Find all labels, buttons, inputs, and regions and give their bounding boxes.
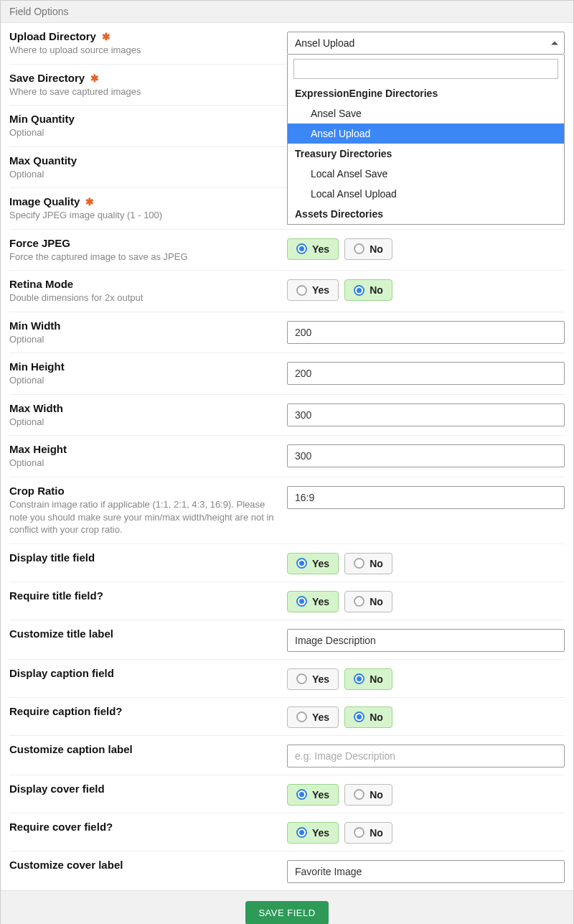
required-asterisk-icon: ✱ [85, 196, 94, 207]
require-cover-choice-group: YesNo [287, 822, 565, 844]
require-caption-no-option[interactable]: No [344, 706, 392, 728]
radio-dot-icon [354, 596, 364, 607]
force-jpeg-yes-option[interactable]: Yes [287, 238, 339, 260]
radio-dot-icon [354, 711, 364, 722]
customize-caption-input[interactable] [287, 745, 565, 767]
row-force-jpeg: Force JPEG Force the captured image to s… [9, 230, 565, 271]
choice-label: No [370, 827, 383, 839]
require-caption-label: Require caption field? [9, 705, 123, 717]
panel-title: Field Options [9, 6, 68, 17]
choice-label: Yes [312, 827, 329, 839]
display-title-no-option[interactable]: No [344, 553, 392, 574]
crop-ratio-input[interactable] [287, 486, 565, 509]
require-title-yes-option[interactable]: Yes [287, 591, 339, 612]
customize-title-input[interactable] [287, 629, 565, 652]
retina-mode-yes-option[interactable]: Yes [287, 279, 339, 301]
radio-dot-icon [296, 789, 307, 800]
row-require-title: Require title field? YesNo [9, 582, 565, 620]
require-title-no-option[interactable]: No [344, 591, 392, 612]
row-retina-mode: Retina Mode Double dimensions for 2x out… [9, 271, 565, 312]
display-caption-choice-group: YesNo [287, 668, 565, 690]
radio-dot-icon [296, 285, 307, 296]
radio-dot-icon [354, 673, 364, 684]
force-jpeg-label: Force JPEG [9, 237, 70, 249]
row-customize-caption: Customize caption label [9, 736, 565, 775]
radio-dot-icon [296, 673, 307, 684]
require-cover-no-option[interactable]: No [344, 822, 392, 844]
dd-item-local-ansel-save[interactable]: Local Ansel Save [288, 164, 564, 184]
display-cover-no-option[interactable]: No [344, 784, 392, 806]
choice-label: No [370, 596, 383, 607]
save-field-button[interactable]: SAVE FIELD [245, 901, 328, 924]
choice-label: Yes [312, 243, 329, 255]
display-cover-yes-option[interactable]: Yes [287, 784, 339, 806]
choice-label: Yes [312, 558, 329, 569]
display-caption-no-option[interactable]: No [344, 668, 392, 690]
crop-ratio-label: Crop Ratio [9, 485, 65, 497]
require-title-label: Require title field? [9, 589, 103, 602]
display-caption-yes-option[interactable]: Yes [287, 668, 339, 690]
max-quantity-label: Max Quantity [9, 154, 77, 167]
panel-header: Field Options [1, 1, 573, 23]
row-display-title: Display title field YesNo [9, 544, 565, 582]
radio-dot-icon [354, 285, 364, 296]
save-directory-label: Save Directory [9, 72, 85, 84]
radio-dot-icon [296, 558, 307, 569]
force-jpeg-no-option[interactable]: No [344, 238, 392, 260]
min-height-label: Min Height [9, 360, 65, 373]
choice-label: No [370, 673, 383, 685]
dd-group-treasury: Treasury Directories [288, 144, 564, 164]
force-jpeg-choice-group: YesNo [287, 238, 565, 260]
row-min-width: Min Width Optional [9, 312, 565, 354]
row-max-width: Max Width Optional [9, 395, 565, 437]
retina-mode-label: Retina Mode [9, 278, 73, 290]
display-title-choice-group: YesNo [287, 553, 565, 574]
min-quantity-label: Min Quantity [9, 113, 75, 125]
radio-dot-icon [296, 711, 307, 722]
dd-item-local-ansel-upload[interactable]: Local Ansel Upload [288, 184, 564, 204]
max-height-input[interactable] [287, 444, 565, 467]
dd-group-assets: Assets Directories [288, 204, 564, 224]
max-height-help: Optional [9, 457, 278, 470]
require-cover-yes-option[interactable]: Yes [287, 822, 339, 844]
min-width-help: Optional [9, 333, 278, 346]
min-width-input[interactable] [287, 321, 565, 344]
require-cover-label: Require cover field? [9, 821, 113, 833]
require-title-choice-group: YesNo [287, 591, 565, 612]
require-caption-choice-group: YesNo [287, 706, 565, 728]
row-display-caption: Display caption field YesNo [9, 660, 565, 698]
dd-item-ansel-save[interactable]: Ansel Save [288, 103, 564, 123]
row-require-caption: Require caption field? YesNo [9, 698, 565, 736]
customize-cover-input[interactable] [287, 860, 565, 883]
image-quality-label: Image Quality [9, 195, 80, 207]
row-customize-cover: Customize cover label [9, 851, 565, 890]
min-height-input[interactable] [287, 362, 565, 385]
choice-label: Yes [312, 789, 329, 801]
dd-item-ansel-upload[interactable]: Ansel Upload [288, 123, 564, 144]
display-title-yes-option[interactable]: Yes [287, 553, 339, 574]
image-quality-help: Specify JPEG image quality (1 - 100) [9, 209, 278, 222]
max-height-label: Max Height [9, 443, 67, 455]
upload-directory-dropdown: ExpressionEngine Directories Ansel Save … [287, 55, 565, 225]
caret-up-icon [551, 42, 558, 45]
choice-label: Yes [312, 596, 329, 607]
row-display-cover: Display cover field YesNo [9, 775, 565, 813]
max-width-label: Max Width [9, 402, 63, 414]
choice-label: No [370, 789, 383, 801]
panel-body: Upload Directory ✱ Where to upload sourc… [1, 23, 573, 890]
retina-mode-no-option[interactable]: No [344, 279, 392, 301]
radio-dot-icon [354, 243, 364, 254]
row-require-cover: Require cover field? YesNo [9, 813, 565, 851]
upload-directory-label: Upload Directory [9, 30, 96, 42]
force-jpeg-help: Force the captured image to save as JPEG [9, 251, 278, 263]
display-caption-label: Display caption field [9, 667, 114, 679]
radio-dot-icon [296, 827, 307, 838]
dropdown-search-input[interactable] [293, 59, 558, 79]
max-width-input[interactable] [287, 403, 565, 426]
choice-label: No [370, 284, 383, 296]
radio-dot-icon [296, 243, 307, 254]
require-caption-yes-option[interactable]: Yes [287, 706, 339, 728]
choice-label: Yes [312, 284, 329, 296]
upload-directory-select[interactable]: Ansel Upload [287, 32, 565, 55]
choice-label: No [370, 711, 383, 723]
